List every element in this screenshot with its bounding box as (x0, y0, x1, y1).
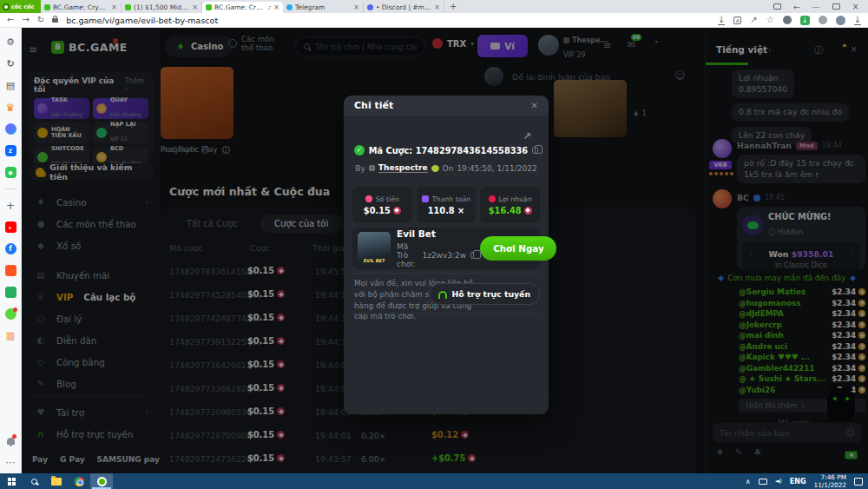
sidebar-app-icon[interactable] (5, 221, 16, 233)
tab-title: BC.Game: Crypto Casino Gan (53, 3, 108, 11)
close-window-button[interactable]: × (852, 2, 859, 11)
window-controls: ← — × (773, 2, 868, 11)
share-icon[interactable]: ↗ (523, 130, 531, 142)
sidebar-app-icon[interactable] (5, 58, 16, 69)
sidebar-app-icon[interactable] (5, 330, 16, 341)
tab-audio-icon[interactable]: ♪ (267, 4, 271, 10)
stat-value: 110.8 × (428, 206, 465, 215)
hidden-icons-chevron[interactable]: ∧ (746, 478, 751, 486)
file-explorer-icon[interactable] (45, 473, 68, 489)
action-center-icon[interactable] (854, 478, 863, 486)
system-tray: ∧ ◄) ENG 7:46 PM11/1/2022 (746, 473, 868, 489)
forward-icon[interactable]: → (22, 16, 29, 24)
support-button[interactable]: Hỗ trợ trực tuyến (429, 283, 541, 305)
new-tab-button[interactable]: + (450, 2, 457, 11)
game-code: 1z2wv3:2w (422, 251, 466, 260)
lock-icon[interactable] (52, 18, 58, 23)
browser-tab[interactable]: • Discord | #mod-announc ♪ × (364, 2, 444, 13)
bet-id-value: 1748297843614558336 (416, 146, 529, 155)
copy-icon[interactable] (532, 147, 538, 154)
sidebar-app-icon[interactable] (5, 80, 16, 91)
stat-box: Lợi nhuận $16.48 (480, 187, 540, 223)
frog-emoji-icon (431, 165, 439, 172)
start-button[interactable] (0, 473, 23, 489)
coccoc-brand: cốc cốc (0, 0, 41, 13)
profile-avatar-icon[interactable] (836, 16, 845, 25)
sidebar-app-icon[interactable] (5, 102, 16, 113)
stat-icon (489, 195, 496, 202)
stat-value: $0.15 (364, 206, 391, 215)
bet-datetime: 19:45:50, 1/11/2022 (457, 164, 536, 173)
maximize-button[interactable] (832, 3, 840, 10)
close-icon[interactable]: ✕ (531, 101, 538, 110)
game-box: EVIL BET Evil Bet Mã Trò chơi: 1z2wv3:2w… (352, 228, 540, 269)
back-icon[interactable]: ← (7, 16, 14, 24)
browser-tabbar: cốc cốc BC.Game: Crypto Casino Gan ♪ × (… (0, 0, 868, 13)
coccoc-logo-icon (3, 3, 10, 10)
clock[interactable]: 7:46 PM11/1/2022 (814, 473, 846, 489)
sidebar-app-icon[interactable] (5, 265, 16, 276)
save-page-icon[interactable]: ↓ (718, 16, 725, 25)
network-icon[interactable] (759, 479, 767, 485)
coccoc-taskbar-icon[interactable] (90, 473, 113, 489)
sidebar-app-icon[interactable] (5, 145, 16, 156)
tab-close-icon[interactable]: × (434, 4, 440, 11)
sidebar-more-icon[interactable] (5, 457, 16, 468)
trx-coin-icon (393, 207, 401, 215)
browser-tab[interactable]: Telegram ♪ × (283, 2, 364, 13)
tab-favicon (367, 4, 373, 10)
reload-icon[interactable]: ↻ (37, 16, 44, 24)
player-name-link[interactable]: Thespectre (378, 163, 428, 173)
speaker-icon[interactable]: ◄) (775, 478, 782, 485)
browser-tab[interactable]: BC.Game: Crypto Casino ♪ × (202, 2, 283, 13)
translate-icon[interactable]: A (733, 17, 741, 24)
share-icon[interactable]: ↗ (750, 16, 757, 24)
coccoc-brand-label: cốc cốc (11, 3, 35, 10)
browser-tab[interactable]: (1) $1,500 Midweek Mascot ♪ × (122, 2, 202, 13)
address-bar-actions: ↓ A ↗ ☆ ↓ ↓ (718, 16, 861, 25)
copy-icon[interactable] (470, 252, 474, 259)
sidebar-app-icon[interactable] (5, 243, 16, 254)
tab-title: • Discord | #mod-announc (376, 3, 431, 11)
stat-label: Lợi nhuận (499, 195, 532, 203)
sidebar-app-icon[interactable] (5, 287, 16, 298)
tab-close-icon[interactable]: × (353, 4, 359, 11)
sidebar-app-icon[interactable] (5, 123, 16, 135)
bookmark-star-icon[interactable]: ☆ (766, 16, 774, 24)
tab-favicon (125, 4, 131, 10)
browser-tab[interactable]: BC.Game: Crypto Casino Gan ♪ × (41, 2, 122, 13)
bet-by-row: By Thespectre On 19:45:50, 1/11/2022 (344, 163, 549, 173)
sidebar-app-icon[interactable] (4, 188, 17, 189)
sidebar-app-icon[interactable] (5, 36, 16, 48)
extension-icon[interactable] (819, 16, 827, 24)
notifications-bell-icon[interactable] (5, 435, 16, 446)
tab-strip: BC.Game: Crypto Casino Gan ♪ × (1) $1,50… (41, 0, 444, 13)
taskbar-search-icon[interactable] (23, 473, 45, 489)
stat-value: $16.48 (489, 206, 522, 215)
language-indicator[interactable]: ENG (790, 478, 806, 486)
tab-search-icon[interactable] (773, 3, 781, 10)
screen: cốc cốc BC.Game: Crypto Casino Gan ♪ × (… (0, 0, 868, 489)
downloads-tray-icon[interactable]: ↓ (854, 16, 861, 25)
sidebar-app-icon[interactable] (5, 200, 16, 211)
tab-close-icon[interactable]: × (192, 4, 198, 11)
tab-favicon (286, 4, 293, 10)
bet-stats: Số tiền $0.15 Thanh toán 110.8 × Lợi nhu… (352, 187, 540, 223)
stat-icon (365, 195, 372, 202)
adblock-icon[interactable] (783, 16, 792, 24)
tab-close-icon[interactable]: × (111, 4, 117, 11)
support-button-label: Hỗ trợ trực tuyến (452, 289, 531, 299)
url-text[interactable]: bc.game/vi/game/evil-bet-by-mascot (66, 16, 218, 25)
tab-close-icon[interactable]: × (273, 4, 279, 11)
clock-date: 11/1/2022 (814, 481, 846, 489)
download-active-icon[interactable]: ↓ (800, 16, 810, 25)
sidebar-app-icon[interactable] (5, 308, 16, 320)
game-thumbnail[interactable]: EVIL BET (358, 232, 391, 265)
address-bar: ← → ↻ bc.game/vi/game/evil-bet-by-mascot… (0, 13, 868, 28)
sidebar-app-icon[interactable] (5, 167, 16, 178)
minimize-button[interactable]: — (812, 3, 820, 11)
play-now-button[interactable]: Chơi Ngay (480, 236, 556, 261)
coccoc-sidebar (0, 28, 22, 473)
restore-tab-icon[interactable]: ← (793, 3, 800, 11)
chrome-icon[interactable] (68, 473, 90, 489)
